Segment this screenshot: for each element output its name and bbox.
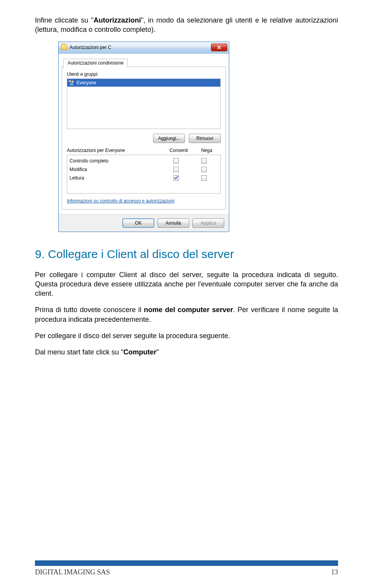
section-p1: Per collegare i computer Client al disco…: [35, 270, 338, 298]
tabstrip: Autorizzazioni condivisione: [62, 56, 226, 67]
intro-bold: Autorizzazioni: [94, 16, 141, 24]
allow-checkbox-read[interactable]: [173, 175, 179, 181]
permissions-dialog: Autorizzazioni per C Autorizzazioni cond…: [58, 42, 229, 232]
remove-button[interactable]: Rimuovi: [189, 134, 221, 143]
perm-row: Lettura: [70, 174, 218, 182]
ok-button[interactable]: OK: [122, 218, 154, 228]
apply-button[interactable]: Applica: [192, 218, 224, 228]
tab-share-permissions[interactable]: Autorizzazioni condivisione: [63, 59, 128, 68]
list-item-label: Everyone: [77, 80, 96, 85]
col-deny: Nega: [193, 148, 221, 153]
list-item[interactable]: Everyone: [67, 79, 220, 87]
cancel-button[interactable]: Annulla: [157, 218, 189, 228]
folder-icon: [61, 45, 67, 50]
deny-checkbox-modify[interactable]: [201, 167, 207, 172]
deny-checkbox-read[interactable]: [201, 175, 207, 181]
footer-page-number: 13: [331, 568, 338, 576]
perm-label: Controllo completo: [70, 158, 162, 164]
intro-paragraph: Infine cliccate su "Autorizzazioni", in …: [35, 16, 338, 35]
users-icon: [69, 80, 75, 85]
allow-checkbox-modify[interactable]: [173, 167, 179, 172]
section-heading: 9. Collegare i Client al disco del serve…: [35, 248, 338, 261]
deny-checkbox-full[interactable]: [201, 158, 207, 164]
users-groups-label: Utenti e gruppi:: [67, 72, 221, 77]
dialog-title: Autorizzazioni per C: [70, 45, 111, 50]
perm-row: Controllo completo: [70, 157, 218, 165]
intro-text-a: Infine cliccate su ": [35, 16, 94, 24]
add-button[interactable]: Aggiungi...: [153, 134, 185, 143]
page-footer: DIGITAL IMAGING SAS 13: [35, 560, 338, 576]
info-link[interactable]: Informazioni su controllo di accesso e a…: [67, 198, 174, 204]
col-allow: Consenti: [165, 148, 193, 153]
footer-left: DIGITAL IMAGING SAS: [35, 568, 110, 576]
section-p2: Prima di tutto dovete conoscere il nome …: [35, 305, 338, 324]
perm-label: Modifica: [70, 167, 162, 172]
footer-accent-bar: [35, 560, 338, 566]
close-button[interactable]: [211, 44, 227, 51]
section-p3: Per collegare il disco del server seguit…: [35, 331, 338, 340]
permissions-for-label: Autorizzazioni per Everyone: [67, 148, 165, 153]
permissions-list: Controllo completo Modifica Lettura: [67, 155, 221, 194]
close-icon: [217, 45, 221, 49]
section-p4: Dal menu start fate click su "Computer": [35, 347, 338, 357]
perm-row: Modifica: [70, 165, 218, 174]
perm-label: Lettura: [70, 175, 162, 181]
users-listbox[interactable]: Everyone: [67, 79, 221, 129]
allow-checkbox-full[interactable]: [173, 158, 179, 164]
dialog-titlebar[interactable]: Autorizzazioni per C: [59, 42, 229, 54]
